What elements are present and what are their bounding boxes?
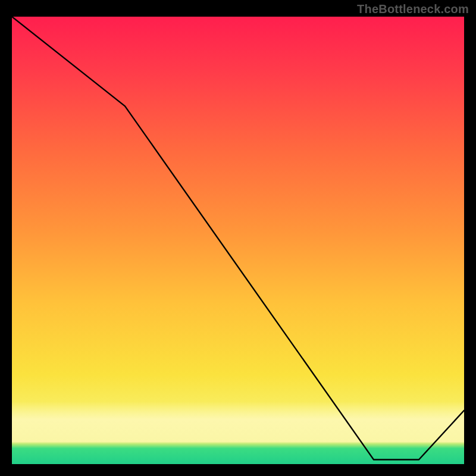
plot-area bbox=[12, 17, 464, 464]
watermark-text: TheBottleneck.com bbox=[357, 2, 469, 16]
chart-frame: TheBottleneck.com bbox=[0, 0, 476, 476]
line-series bbox=[12, 17, 464, 464]
